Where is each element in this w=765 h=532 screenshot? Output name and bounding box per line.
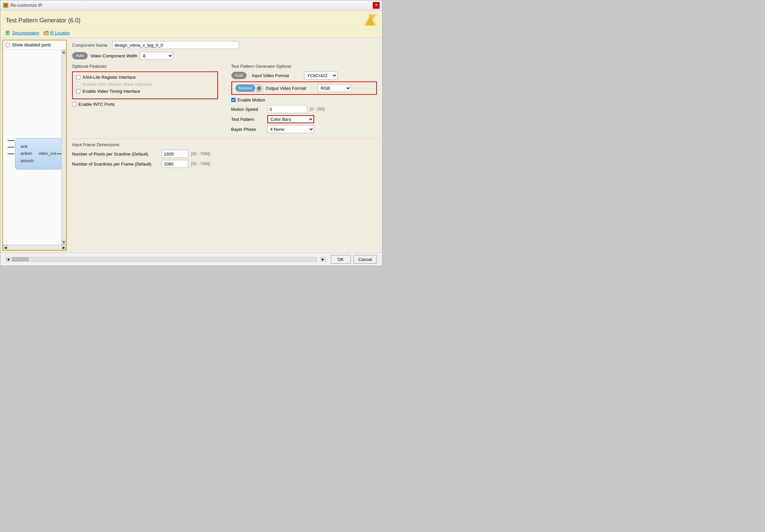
axi4-lite-checkbox[interactable]: [76, 75, 80, 79]
left-content: aclk aclken video_out aresetn: [3, 50, 66, 245]
title-bar: ⊞ Re-customize IP ✕: [0, 0, 382, 10]
show-disabled-ports-checkbox[interactable]: [6, 43, 10, 47]
ok-button[interactable]: OK: [331, 255, 351, 264]
optional-features-outlined: AXI4-Lite Register Interface Enable AXI4…: [72, 71, 218, 99]
intc-ports-checkbox[interactable]: [72, 102, 76, 106]
header-area: Test Pattern Generator (6.0): [0, 10, 382, 29]
motion-speed-label: Motion Speed: [231, 107, 265, 112]
left-scroll-area: aclk aclken video_out aresetn: [3, 50, 66, 250]
scroll-left-arrow[interactable]: ◀: [3, 245, 8, 250]
close-button[interactable]: ✕: [373, 2, 379, 9]
output-video-format-select[interactable]: RGB YCbCr422 YCbCr444: [318, 84, 351, 92]
optional-features-panel: Optional Features AXI4-Lite Register Int…: [72, 64, 218, 135]
left-ports: [8, 140, 14, 154]
bottom-scrollbar[interactable]: [12, 257, 317, 262]
port-aclken-line: [8, 147, 14, 148]
scroll-up-arrow[interactable]: ▲: [62, 50, 66, 54]
tpg-options-title: Test Pattern Generator Options: [231, 64, 377, 69]
input-auto-label[interactable]: Auto: [232, 72, 247, 79]
bottom-scroll-right[interactable]: ▶: [321, 257, 325, 262]
pixels-per-scanline-input[interactable]: [162, 150, 188, 158]
motion-speed-input[interactable]: [267, 105, 307, 113]
auto-toggle[interactable]: Auto: [72, 52, 88, 59]
video-timing-label: Enable Video Timing Interface: [82, 89, 140, 94]
port-aresetn: aresetn: [21, 158, 56, 165]
pixels-per-scanline-label: Number of Pixels per Scanline (Default): [72, 152, 159, 157]
main-window: ⊞ Re-customize IP ✕ Test Pattern Generat…: [0, 0, 382, 266]
pixels-range: [32 - 7680]: [191, 152, 210, 156]
motion-speed-row: Motion Speed [0 - 255]: [231, 105, 377, 113]
app-title: Test Pattern Generator (6.0): [6, 17, 80, 24]
bayer-phase-select[interactable]: 4 None 0 RGGB: [267, 125, 314, 133]
port-aclk: aclk: [21, 143, 56, 151]
component-block: aclk aclken video_out aresetn: [15, 138, 62, 170]
ip-location-link[interactable]: IP Location: [43, 31, 70, 35]
scroll-thumb: [12, 257, 29, 261]
svg-rect-5: [7, 32, 9, 33]
input-frame-title: Input Frame Dimensions: [72, 142, 377, 147]
h-scroll-track[interactable]: [8, 245, 61, 250]
axi4-lite-label: AXI4-Lite Register Interface: [82, 75, 136, 80]
video-timing-row: Enable Video Timing Interface: [76, 89, 214, 94]
bayer-phase-row: Bayer Phase 4 None 0 RGGB: [231, 125, 377, 133]
video-width-label: Video Component Width: [90, 53, 138, 58]
port-aclken: aclken video_out: [21, 150, 56, 158]
axi4-stream-label: Enable AXI4-Stream Slave Interface: [82, 82, 152, 87]
test-pattern-select[interactable]: Color Bars Horizontal Ramp Vertical Ramp: [267, 115, 314, 123]
cancel-button[interactable]: Cancel: [353, 255, 377, 264]
documentation-label: Documentation: [12, 31, 39, 35]
axi4-stream-checkbox: [76, 82, 80, 86]
two-column-section: Optional Features AXI4-Lite Register Int…: [72, 64, 377, 135]
title-bar-left: ⊞ Re-customize IP: [3, 3, 42, 8]
right-panel: Component Name Auto Video Component Widt…: [67, 38, 382, 253]
component-diagram: aclk aclken video_out aresetn: [8, 125, 62, 170]
left-panel-header: Show disabled ports: [3, 40, 66, 50]
bottom-scroll-area: ◀ ▶: [6, 257, 325, 262]
show-disabled-ports-label: Show disabled ports: [12, 42, 51, 47]
axi4-lite-row: AXI4-Lite Register Interface: [76, 75, 214, 80]
scanlines-per-frame-input[interactable]: [162, 160, 188, 168]
enable-motion-checkbox[interactable]: [231, 98, 236, 102]
input-auto-toggle[interactable]: Auto: [231, 72, 247, 79]
app-icon: ⊞: [3, 3, 8, 8]
pixels-per-scanline-row: Number of Pixels per Scanline (Default) …: [72, 150, 377, 158]
documentation-link[interactable]: Documentation: [6, 31, 39, 35]
component-name-input[interactable]: [112, 41, 239, 49]
scroll-right-arrow[interactable]: ▶: [61, 245, 66, 250]
port-aclk-line: [8, 140, 14, 141]
horizontal-scrollbar-left[interactable]: ◀ ▶: [3, 245, 66, 250]
manual-label[interactable]: Manual: [236, 85, 255, 91]
xilinx-logo: [363, 14, 377, 27]
video-timing-checkbox[interactable]: [76, 89, 80, 93]
folder-icon: [43, 31, 49, 35]
auto-toggle-active[interactable]: Auto: [72, 52, 87, 59]
port-aresetn-line: [8, 154, 14, 154]
scroll-down-arrow[interactable]: ▼: [62, 240, 66, 245]
divider: [72, 139, 377, 139]
scanlines-per-frame-label: Number of Scanlines per Frame (Default): [72, 162, 159, 167]
tpg-options-panel: Test Pattern Generator Options Auto Inpu…: [231, 64, 377, 135]
svg-rect-4: [7, 32, 9, 32]
left-panel: Show disabled ports: [2, 40, 67, 251]
output-manual-toggle[interactable]: Manual: [235, 84, 263, 92]
input-video-format-select[interactable]: YCbCr422 YCbCr444 RGB: [304, 71, 337, 79]
window-title: Re-customize IP: [10, 3, 42, 8]
input-video-format-row: Auto Input Video Format YCbCr422 YCbCr44…: [231, 71, 377, 79]
enable-motion-label: Enable Motion: [238, 97, 265, 102]
output-video-format-label: Output Video Format: [266, 86, 312, 91]
test-pattern-label: Test Pattern: [231, 117, 265, 122]
axi4-stream-row: Enable AXI4-Stream Slave Interface: [76, 82, 214, 87]
motion-speed-range: [0 - 255]: [310, 107, 325, 111]
input-frame-section: Input Frame Dimensions Number of Pixels …: [72, 142, 377, 168]
svg-rect-6: [7, 33, 8, 33]
bottom-buttons: OK Cancel: [331, 255, 377, 264]
ip-location-label: IP Location: [50, 31, 70, 35]
test-pattern-row: Test Pattern Color Bars Horizontal Ramp …: [231, 115, 377, 123]
scanlines-range: [32 - 7680]: [191, 162, 210, 166]
bayer-phase-label: Bayer Phase: [231, 127, 265, 132]
video-width-select[interactable]: 8 10 12: [140, 52, 173, 60]
vertical-scrollbar[interactable]: ▲ ▼: [61, 50, 66, 245]
component-name-row: Component Name: [72, 41, 377, 49]
bottom-scroll-left[interactable]: ◀: [6, 257, 10, 262]
manual-dot: [257, 86, 261, 91]
